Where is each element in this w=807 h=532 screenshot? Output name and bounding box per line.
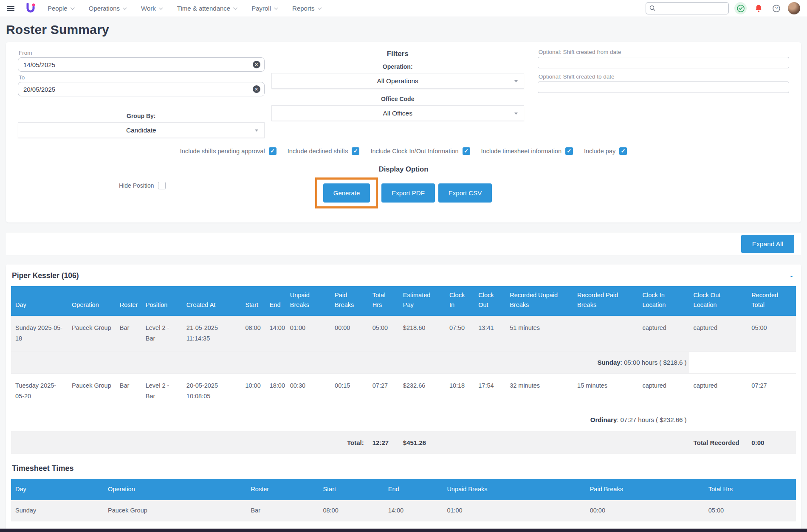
to-date-input[interactable]: [18, 82, 265, 96]
col-recorded-unpaid-breaks: Recorded Unpaid Breaks: [505, 286, 573, 316]
col-operation: Operation: [68, 286, 116, 316]
checkbox-include-clock-info[interactable]: Include Clock In/Out Information✓: [370, 147, 470, 155]
cell-position: Level 2 - Bar: [141, 374, 182, 409]
checkbox-include-pending-approval[interactable]: Include shifts pending approval✓: [180, 147, 277, 155]
checkbox-label: Include pay: [584, 148, 615, 155]
menu-operations-label: Operations: [89, 5, 120, 12]
checkbox-checked-icon[interactable]: ✓: [619, 147, 627, 155]
col-end: End: [384, 479, 443, 500]
hamburger-menu-icon[interactable]: [7, 6, 14, 11]
ordinary-summary-text: Ordinary: 07:27 hours ( $232.66 ): [11, 409, 689, 431]
cell-paid-breaks: 00:15: [330, 374, 368, 409]
from-date-input[interactable]: [18, 57, 265, 72]
col-day: Day: [11, 479, 104, 500]
help-icon[interactable]: ?: [770, 2, 782, 14]
col-clock-in: Clock In: [445, 286, 474, 316]
col-roster: Roster: [116, 286, 141, 316]
col-start: Start: [319, 479, 384, 500]
notifications-bell-icon[interactable]: [752, 2, 765, 14]
hide-position-toggle[interactable]: Hide Position: [119, 182, 166, 189]
menu-time-attendance[interactable]: Time & attendance: [177, 5, 236, 12]
svg-text:?: ?: [775, 6, 777, 11]
total-hours: 12:27: [368, 431, 399, 454]
summary-day-label: Sunday: [597, 359, 620, 366]
cell-position: Level 2 - Bar: [141, 316, 182, 352]
col-clock-in-location: Clock In Location: [638, 286, 689, 316]
expand-all-button[interactable]: Expand All: [741, 235, 794, 253]
page-title: Roster Summary: [6, 23, 807, 37]
menu-work-label: Work: [141, 5, 156, 12]
collapse-section-button[interactable]: -: [788, 272, 795, 280]
checkbox-include-pay[interactable]: Include pay✓: [584, 147, 627, 155]
cell-created-at: 20-05-2025 10:08:05: [182, 374, 241, 409]
checkbox-unchecked-icon[interactable]: [158, 182, 166, 189]
menu-reports[interactable]: Reports: [292, 5, 321, 12]
total-recorded-value: 0:00: [747, 431, 796, 454]
checkbox-checked-icon[interactable]: ✓: [565, 147, 573, 155]
cell-recorded-total: 07:27: [747, 374, 796, 409]
cell-recorded-unpaid-breaks: 32 minutes: [505, 374, 573, 409]
clear-to-date-icon[interactable]: ✕: [253, 85, 260, 93]
col-estimated-pay: Estimated Pay: [399, 286, 445, 316]
shift-created-to-label: Optional: Shift created to date: [539, 73, 789, 80]
checkbox-label: Include shifts pending approval: [180, 148, 265, 155]
user-avatar[interactable]: [788, 2, 800, 14]
hide-position-label: Hide Position: [119, 182, 154, 189]
group-by-select[interactable]: Candidate: [18, 122, 265, 138]
cell-start: 08:00: [241, 316, 265, 352]
shift-created-to-input[interactable]: [538, 82, 789, 93]
timesheet-times-table: Day Operation Roster Start End Unpaid Br…: [11, 479, 796, 532]
cell-roster: Bar: [246, 500, 319, 521]
display-option-heading: Display Option: [12, 165, 795, 173]
generate-button[interactable]: Generate: [323, 183, 370, 203]
operation-select[interactable]: All Operations: [271, 73, 524, 89]
cell-estimated-pay: $232.66: [399, 374, 445, 409]
cell-recorded-paid-breaks: 15 minutes: [573, 374, 638, 409]
operation-label: Operation:: [271, 63, 524, 70]
menu-people[interactable]: People: [48, 5, 73, 12]
cell-start: 08:00: [319, 500, 384, 521]
cell-operation: Paucek Group: [68, 374, 116, 409]
shift-created-from-input[interactable]: [538, 57, 789, 68]
cell-day: Sunday 2025-05-18: [11, 316, 68, 352]
col-total-hrs: Total Hrs: [704, 479, 796, 500]
cell-clock-in-location: captured: [638, 316, 689, 352]
app-logo[interactable]: [25, 3, 36, 14]
summary-spacer: [689, 352, 796, 374]
cell-created-at: 21-05-2025 11:14:35: [182, 316, 241, 352]
filters-heading: Filters: [271, 50, 524, 58]
checkbox-checked-icon[interactable]: ✓: [269, 147, 277, 155]
sunday-summary-text: Sunday: 05:00 hours ( $218.6 ): [11, 352, 689, 374]
table-header-row: Day Operation Roster Position Created At…: [11, 286, 796, 316]
export-pdf-button[interactable]: Export PDF: [381, 183, 435, 203]
menu-work[interactable]: Work: [141, 5, 162, 12]
export-csv-button[interactable]: Export CSV: [438, 183, 492, 203]
col-unpaid-breaks: Unpaid Breaks: [286, 286, 330, 316]
cell-estimated-pay: $218.60: [399, 316, 445, 352]
checkbox-include-declined-shifts[interactable]: Include declined shifts✓: [288, 147, 360, 155]
checkbox-label: Include timesheet information: [481, 148, 562, 155]
menu-payroll[interactable]: Payroll: [251, 5, 277, 12]
col-created-at: Created At: [182, 286, 241, 316]
checkbox-include-timesheet-info[interactable]: Include timesheet information✓: [481, 147, 573, 155]
shift-created-from-label: Optional: Shift created from date: [539, 49, 789, 55]
office-code-select[interactable]: All Offices: [271, 105, 524, 121]
cell-total-hrs: 07:27: [368, 374, 399, 409]
cell-roster: Bar: [116, 316, 141, 352]
checkbox-checked-icon[interactable]: ✓: [352, 147, 359, 155]
include-options-row: Include shifts pending approval✓ Include…: [12, 147, 795, 155]
total-label: Total:: [11, 431, 368, 454]
from-label: From: [19, 50, 265, 56]
table-row: Tuesday 2025-05-20 Paucek Group Bar Leve…: [11, 374, 796, 409]
search-input[interactable]: [646, 2, 729, 14]
chevron-down-icon: [318, 6, 322, 10]
status-ok-icon[interactable]: [734, 2, 747, 14]
cell-operation: Paucek Group: [104, 500, 246, 521]
col-unpaid-breaks: Unpaid Breaks: [443, 479, 585, 500]
cell-recorded-unpaid-breaks: 51 minutes: [505, 316, 573, 352]
col-recorded-paid-breaks: Recorded Paid Breaks: [573, 286, 638, 316]
checkbox-checked-icon[interactable]: ✓: [463, 147, 470, 155]
clear-from-date-icon[interactable]: ✕: [253, 61, 260, 68]
menu-operations[interactable]: Operations: [89, 5, 126, 12]
roster-summary-table: Day Operation Roster Position Created At…: [11, 286, 796, 454]
